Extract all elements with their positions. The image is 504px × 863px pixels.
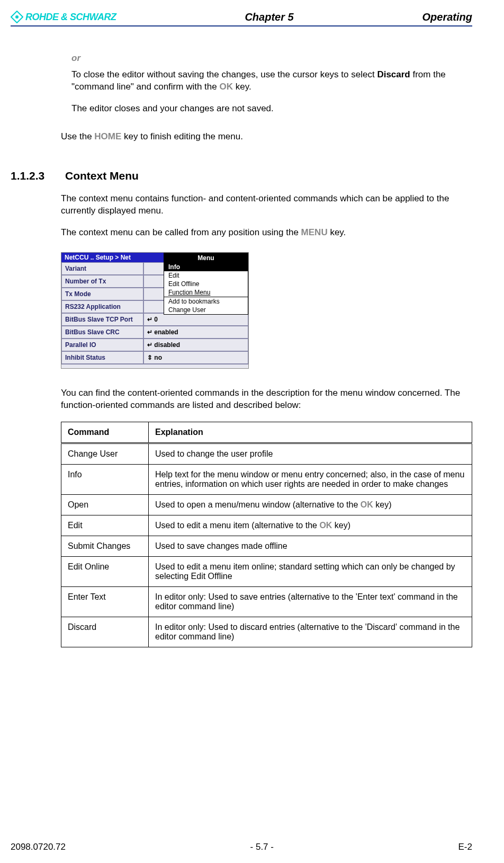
table-row: InfoHelp text for the menu window or men… (61, 465, 472, 495)
table-header-explanation: Explanation (149, 422, 472, 443)
mock-popup-item: Add to bookmarks (164, 297, 248, 306)
chapter-label: Chapter 5 (245, 11, 293, 23)
cmd-cell: Info (61, 465, 149, 495)
table-row: Change UserUsed to change the user profi… (61, 443, 472, 465)
cmd-cell: Edit Online (61, 557, 149, 587)
home-key-instruction: Use the HOME key to finish editing the m… (61, 131, 472, 143)
cmd-cell: Discard (61, 617, 149, 647)
section-number: 1.1.2.3 (11, 170, 50, 182)
section-label: Operating (422, 11, 472, 23)
table-row: Submit ChangesUsed to save changes made … (61, 536, 472, 557)
exp-cell: Used to save changes made offline (149, 536, 472, 557)
mock-popup-item: Info (164, 263, 248, 271)
context-menu-screenshot: NetCCU .. Setup > Net VariantNumber of T… (61, 252, 249, 369)
mock-row-label: RS232 Application (61, 300, 143, 313)
or-separator: or (71, 53, 472, 64)
discard-instruction: To close the editor without saving the c… (71, 69, 472, 93)
mock-popup-item: Change User (164, 306, 248, 314)
mock-popup-title: Menu (164, 253, 248, 263)
section-title: Context Menu (65, 170, 139, 182)
exp-cell: Used to open a menu/menu window (alterna… (149, 495, 472, 515)
brand-logo-icon (11, 11, 23, 23)
mock-popup-item: Function Menu (164, 288, 248, 297)
commands-intro: You can find the content-oriented comman… (61, 387, 472, 412)
menu-key-instruction: The context menu can be called from any … (61, 227, 472, 239)
mock-row-label: Inhibit Status (61, 351, 143, 364)
mock-popup-item: Edit (164, 271, 248, 280)
editor-close-note: The editor closes and your changes are n… (71, 103, 472, 115)
mock-row-label: BitBus Slave CRC (61, 326, 143, 339)
mock-row-value: ↵ 0 (143, 313, 248, 326)
ok-key: OK (219, 82, 233, 92)
mock-row-label: Number of Tx (61, 275, 143, 288)
home-key: HOME (94, 131, 121, 141)
mock-row-label: Variant (61, 262, 143, 275)
page-footer: 2098.0720.72 - 5.7 - E-2 (11, 842, 472, 852)
footer-page-num: - 5.7 - (250, 842, 274, 852)
cmd-cell: Edit (61, 515, 149, 536)
brand-logo: ROHDE & SCHWARZ (11, 11, 116, 23)
table-header-command: Command (61, 422, 149, 443)
discard-bold: Discard (377, 69, 410, 79)
brand-name: ROHDE & SCHWARZ (25, 12, 116, 23)
table-row: EditUsed to edit a menu item (alternativ… (61, 515, 472, 536)
exp-cell: Help text for the menu window or menu en… (149, 465, 472, 495)
mock-row-value: ⇕ no (143, 351, 248, 364)
exp-cell: Used to edit a menu item online; standar… (149, 557, 472, 587)
exp-cell: In editor only: Used to discard entries … (149, 617, 472, 647)
table-row: Edit OnlineUsed to edit a menu item onli… (61, 557, 472, 587)
cmd-cell: Change User (61, 443, 149, 465)
mock-row-label: Tx Mode (61, 288, 143, 300)
commands-table: Command Explanation Change UserUsed to c… (61, 422, 472, 647)
mock-popup-item: Edit Offline (164, 280, 248, 288)
table-row: OpenUsed to open a menu/menu window (alt… (61, 495, 472, 515)
table-row: DiscardIn editor only: Used to discard e… (61, 617, 472, 647)
mock-popup: Menu InfoEditEdit OfflineFunction MenuAd… (164, 253, 248, 315)
menu-key: MENU (301, 227, 328, 237)
page-header: ROHDE & SCHWARZ Chapter 5 Operating (11, 11, 472, 26)
cmd-cell: Enter Text (61, 587, 149, 617)
table-row: Enter TextIn editor only: Used to save e… (61, 587, 472, 617)
mock-row-label: BitBus Slave TCP Port (61, 313, 143, 326)
exp-cell: In editor only: Used to save entries (al… (149, 587, 472, 617)
context-menu-intro: The context menu contains function- and … (61, 193, 472, 217)
mock-row-value: ↵ disabled (143, 339, 248, 351)
footer-revision: E-2 (458, 842, 472, 852)
section-heading: 1.1.2.3 Context Menu (11, 170, 472, 182)
cmd-cell: Open (61, 495, 149, 515)
mock-row-label: Parallel IO (61, 339, 143, 351)
cmd-cell: Submit Changes (61, 536, 149, 557)
footer-doc-id: 2098.0720.72 (11, 842, 66, 852)
exp-cell: Used to change the user profile (149, 443, 472, 465)
exp-cell: Used to edit a menu item (alternative to… (149, 515, 472, 536)
mock-row-value: ↵ enabled (143, 326, 248, 339)
svg-point-1 (15, 15, 19, 19)
